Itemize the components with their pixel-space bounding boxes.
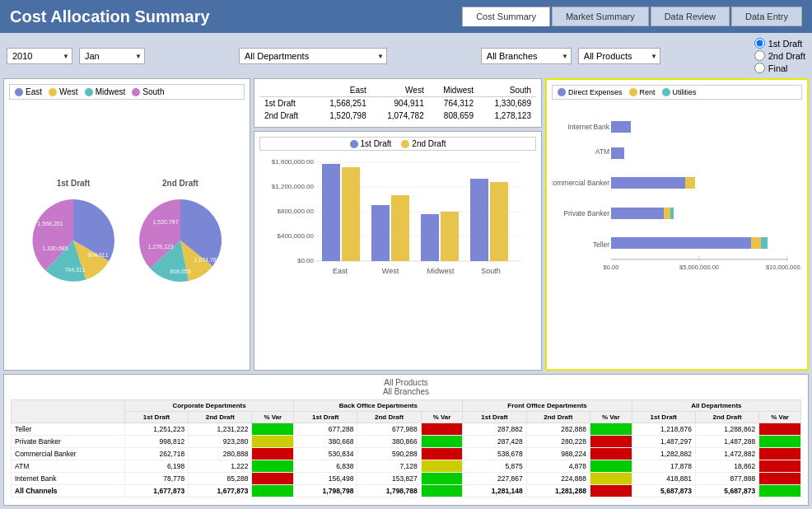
svg-text:1,278,123: 1,278,123 [147,244,173,250]
svg-text:1,568,251: 1,568,251 [37,221,63,226]
summary-row-atm: ATM 6,1981,222 6,8387,128 5,8754,878 17,… [12,460,801,473]
hbar-chart-panel: Direct Expenses Rent Utilities Internet … [545,78,809,371]
data-table-panel: East West Midwest South 1st Draft 1,568,… [254,78,542,128]
svg-rect-41 [670,208,674,219]
svg-rect-37 [611,177,685,189]
table-header-row: East West Midwest South [259,84,536,97]
svg-text:$800,000.00: $800,000.00 [278,208,315,215]
svg-text:$400,000.00: $400,000.00 [278,232,315,240]
svg-text:Private Banker: Private Banker [563,209,609,217]
summary-header-group: Corporate Departments Back Office Depart… [12,400,801,412]
department-select[interactable]: All Departments [239,48,387,64]
product-select[interactable]: All Products [578,48,660,64]
svg-rect-24 [470,179,488,261]
svg-text:808,659: 808,659 [170,269,190,274]
table-row: 1st Draft 1,568,251 904,911 764,312 1,33… [259,97,536,110]
svg-rect-25 [490,182,508,261]
rent-dot [629,88,637,96]
legend-east: East [15,87,42,96]
left-filters: 2010 Jan [7,48,145,64]
summary-row-commercial-banker: Commercial Banker 262,718280,888 530,834… [12,448,801,460]
branch-select[interactable]: All Branches [481,48,572,64]
bar-chart-svg: $1,600,000.00 $1,200,000.00 $800,000.00 … [259,154,536,286]
bar-2nd-dot [401,140,409,148]
bottom-title-products: All Products [11,378,801,387]
pie-1st-draft: 1st Draft 1,568,251 904,911 764,311 1 [24,179,123,290]
controls-row: 2010 Jan All Departments All Branches [3,36,809,75]
draft-radio-group: 1st Draft 2nd Draft Final [754,38,805,73]
tab-data-review[interactable]: Data Review [651,7,730,26]
radio-final[interactable]: Final [754,63,805,73]
svg-text:1,330,689: 1,330,689 [42,245,68,251]
svg-text:Teller: Teller [593,240,609,249]
svg-rect-22 [421,214,439,261]
month-select[interactable]: Jan [79,48,145,64]
svg-text:ATM: ATM [595,147,609,156]
app-title: Cost Allocation Summary [10,7,210,26]
pie-chart-2nd: 1,520,797 1,074,781 808,659 1,278,123 [131,191,230,290]
svg-rect-20 [371,205,390,261]
svg-rect-43 [751,237,761,249]
pie-chart-1st: 1,568,251 904,911 764,311 1,330,689 [24,191,123,290]
hbar-legend: Direct Expenses Rent Utilities [552,85,802,100]
legend-west: West [49,87,78,96]
svg-rect-38 [685,177,695,189]
svg-rect-19 [342,167,360,261]
svg-rect-21 [391,195,409,261]
bottom-panel: All Products All Branches Corporate Depa… [3,374,809,506]
direct-dot [558,88,566,96]
west-dot [49,88,57,96]
radio-1st-draft[interactable]: 1st Draft [754,38,805,49]
svg-text:$0.00: $0.00 [297,257,315,264]
summary-row-teller: Teller 1,251,2231,231,222 677,288677,988… [12,423,801,436]
svg-rect-42 [611,237,751,249]
svg-rect-23 [441,212,459,261]
middle-panel: East West Midwest South 1st Draft 1,568,… [254,78,542,371]
tab-bar: Cost Summary Market Summary Data Review … [462,7,802,26]
legend-bar-1st: 1st Draft [350,139,392,148]
table-row: 2nd Draft 1,520,798 1,074,782 808,659 1,… [259,110,536,122]
svg-text:$0.00: $0.00 [604,264,619,271]
svg-text:$10,000,000.00: $10,000,000.00 [766,264,802,271]
east-dot [15,88,23,96]
radio-2nd-draft[interactable]: 2nd Draft [754,50,805,61]
svg-rect-36 [611,147,624,159]
product-filter-wrapper: All Products [578,48,660,64]
tab-market-summary[interactable]: Market Summary [552,7,649,26]
legend-utilities: Utilities [662,88,697,96]
svg-text:1,074,781: 1,074,781 [194,257,219,263]
pies-container: 1st Draft 1,568,251 904,911 764,311 1 [9,103,245,365]
svg-rect-40 [664,208,670,219]
svg-rect-18 [322,164,340,261]
svg-rect-44 [761,237,768,249]
svg-text:East: East [333,267,348,275]
svg-rect-35 [611,121,631,133]
legend-south: South [132,87,164,96]
svg-text:$1,600,000.00: $1,600,000.00 [272,158,315,166]
main-content: 2010 Jan All Departments All Branches [0,33,812,509]
svg-text:904,911: 904,911 [87,252,108,258]
month-filter-wrapper: Jan [79,48,145,64]
svg-text:Commercial Banker: Commercial Banker [552,179,609,187]
svg-text:1,520,797: 1,520,797 [152,219,178,225]
svg-text:West: West [382,267,399,275]
year-select[interactable]: 2010 [7,48,72,64]
legend-direct: Direct Expenses [558,88,623,96]
app-header: Cost Allocation Summary Cost Summary Mar… [0,0,812,33]
tab-cost-summary[interactable]: Cost Summary [462,7,550,26]
svg-rect-39 [611,208,664,219]
svg-text:Midwest: Midwest [427,267,455,275]
draft-table: East West Midwest South 1st Draft 1,568,… [259,84,536,122]
pie-legend: East West Midwest South [9,84,245,100]
svg-text:$1,200,000.00: $1,200,000.00 [272,183,315,190]
bar-chart-container: $1,600,000.00 $1,200,000.00 $800,000.00 … [259,154,536,365]
svg-text:764,311: 764,311 [64,267,85,273]
svg-text:South: South [481,267,501,275]
svg-text:$5,000,000.00: $5,000,000.00 [679,264,719,271]
pie-2nd-draft: 2nd Draft 1,520,797 1,074,781 808,659 [131,179,230,290]
pie-chart-panel: East West Midwest South 1st Draft [3,78,250,371]
branch-filter-wrapper: All Branches [481,48,572,64]
tab-data-entry[interactable]: Data Entry [731,7,802,26]
bar-1st-dot [350,140,358,148]
bottom-title-branches: All Branches [11,387,801,396]
